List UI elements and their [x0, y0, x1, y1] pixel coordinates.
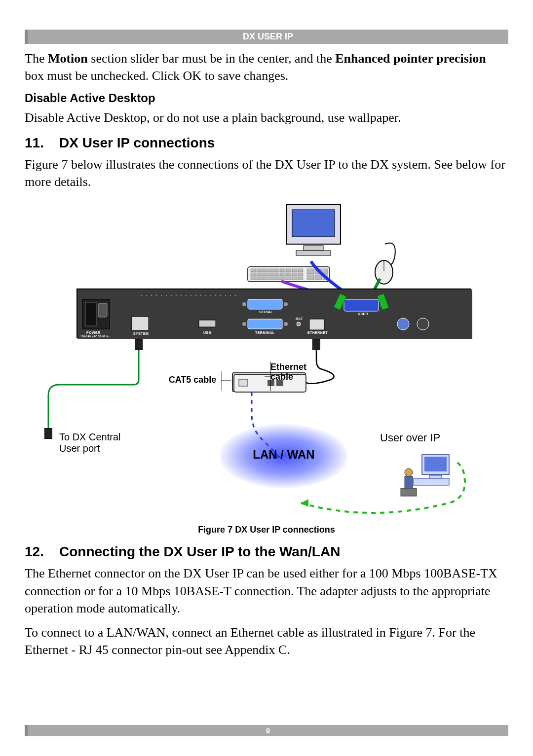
intro-prefix: The [25, 51, 48, 66]
disable-text: Disable Active Desktop, or do not use a … [25, 109, 508, 126]
figure-caption: Figure 7 DX User IP connections [25, 525, 508, 535]
svg-rect-86 [414, 478, 449, 485]
svg-rect-89 [401, 488, 417, 496]
svg-rect-84 [424, 457, 447, 471]
section-11-title: DX User IP connections [59, 135, 215, 150]
intro-bold-epp: Enhanced pointer precision [335, 51, 486, 66]
user-pc-icon [400, 454, 454, 498]
section-12-title: Connecting the DX User IP to the Wan/LAN [59, 544, 340, 559]
section-11-heading: 11.DX User IP connections [25, 135, 508, 151]
section-12-p2: To connect to a LAN/WAN, connect an Ethe… [25, 624, 508, 658]
disable-heading: Disable Active Desktop [25, 91, 508, 105]
section-11-text: Figure 7 below illustrates the connectio… [25, 156, 508, 190]
section-11-num: 11. [25, 135, 59, 151]
svg-rect-85 [429, 475, 442, 478]
intro-bold-motion: Motion [48, 51, 88, 66]
svg-marker-82 [301, 499, 308, 507]
figure-diagram: POWER 100-240 VAC 50/60 Hz SYSTEM SERIAL… [25, 197, 508, 523]
page-footer-bar: 9 [25, 725, 508, 736]
section-12-num: 12. [25, 544, 59, 560]
intro-paragraph: The Motion section slider bar must be in… [25, 50, 508, 84]
section-12-p1: The Ethernet connector on the DX User IP… [25, 565, 508, 616]
intro-mid: section slider bar must be in the center… [88, 51, 335, 66]
section-12-heading: 12.Connecting the DX User IP to the Wan/… [25, 544, 508, 560]
intro-suffix: box must be unchecked. Click OK to save … [25, 69, 288, 83]
page-header-bar: DX USER IP [25, 30, 508, 44]
svg-rect-88 [405, 476, 413, 489]
svg-point-87 [405, 468, 413, 476]
